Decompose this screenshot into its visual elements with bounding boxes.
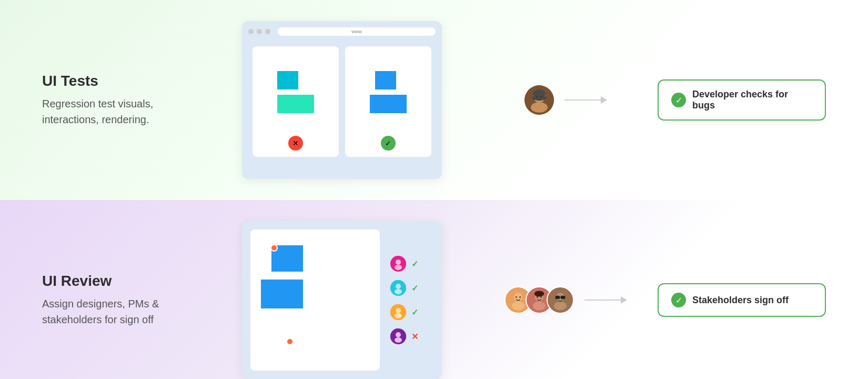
review-gap xyxy=(261,272,271,280)
browser-dot-1 xyxy=(248,29,254,34)
svg-point-30 xyxy=(540,296,542,298)
review-check-1: ✓ xyxy=(411,259,418,269)
bottom-arrow-line xyxy=(584,300,627,301)
bottom-arrow-section xyxy=(473,286,658,314)
svg-point-28 xyxy=(534,291,544,296)
pin-bottom xyxy=(286,338,294,345)
l-shape-teal xyxy=(277,71,314,113)
svg-point-33 xyxy=(554,302,567,311)
svg-point-7 xyxy=(541,96,542,98)
developer-avatar xyxy=(524,85,554,115)
check-icon: ✓ xyxy=(385,139,391,147)
reviewer-face-1 xyxy=(390,256,406,272)
shape-container-1 xyxy=(259,53,332,132)
ui-review-label: UI Review Assign designers, PMs &stakeho… xyxy=(42,273,210,327)
svg-point-12 xyxy=(396,284,401,289)
svg-point-2 xyxy=(531,102,548,113)
svg-point-27 xyxy=(533,302,546,311)
teal-cutout xyxy=(298,71,314,89)
ui-review-section: UI Review Assign designers, PMs &stakeho… xyxy=(0,200,868,379)
developer-result-badge: ✓ Developer checks for bugs xyxy=(658,79,826,121)
reviewer-face-3 xyxy=(390,304,406,320)
svg-point-23 xyxy=(516,296,517,298)
blue-bottom xyxy=(370,95,407,113)
review-bottom-block xyxy=(261,280,303,308)
stakeholder-face-3 xyxy=(548,286,573,314)
reviewer-face-2 xyxy=(390,280,406,296)
blue-top xyxy=(375,71,396,89)
stakeholder-result-badge: ✓ Stakeholders sign off xyxy=(658,283,826,317)
review-canvas xyxy=(250,230,380,371)
ui-tests-desc: Regression test visuals,interactions, re… xyxy=(42,96,210,127)
browser-mockup: www ✕ xyxy=(242,21,442,179)
ui-tests-section: UI Tests Regression test visuals,interac… xyxy=(0,0,868,200)
review-check-3: ✓ xyxy=(411,307,418,317)
reviewer-avatar-1 xyxy=(390,256,406,272)
reviewer-avatar-2 xyxy=(390,280,406,296)
fail-status-icon: ✕ xyxy=(288,136,303,151)
ui-tests-title: UI Tests xyxy=(42,73,210,89)
teal-top xyxy=(277,71,298,89)
test-card-fail: ✕ xyxy=(253,46,339,157)
review-check-2: ✓ xyxy=(411,283,418,293)
svg-point-5 xyxy=(532,95,547,101)
badge-text: Developer checks for bugs xyxy=(692,89,812,111)
blue-cutout xyxy=(396,76,407,95)
browser-titlebar: www xyxy=(248,27,436,36)
review-mockup: ✓ ✓ xyxy=(242,221,442,379)
svg-point-16 xyxy=(395,313,402,318)
reviewer-item-2: ✓ xyxy=(390,280,429,296)
reviewer-list: ✓ ✓ xyxy=(386,230,433,371)
svg-point-15 xyxy=(396,308,401,313)
svg-rect-35 xyxy=(561,296,565,299)
ui-tests-label: UI Tests Regression test visuals,interac… xyxy=(42,73,210,127)
reviewer-avatar-4 xyxy=(390,328,406,344)
svg-rect-34 xyxy=(556,296,560,299)
teal-bottom xyxy=(277,95,314,113)
reviewer-face-4 xyxy=(390,328,406,344)
stakeholder-badge-check-icon: ✓ xyxy=(671,293,686,307)
svg-point-6 xyxy=(537,96,538,98)
stakeholder-avatar-group xyxy=(504,286,574,314)
cross-icon: ✕ xyxy=(292,139,299,147)
svg-point-10 xyxy=(395,265,402,270)
reviewer-item-3: ✓ xyxy=(390,304,429,320)
svg-point-13 xyxy=(395,289,402,294)
top-arrow-section xyxy=(473,85,658,115)
browser-addressbar: www xyxy=(278,27,436,36)
svg-point-18 xyxy=(396,332,401,337)
badge-check-icon: ✓ xyxy=(671,93,686,107)
browser-dot-3 xyxy=(265,29,270,34)
review-check-4: ✕ xyxy=(411,332,418,342)
svg-point-24 xyxy=(519,296,521,298)
test-card-pass: ✓ xyxy=(345,46,431,157)
developer-avatar-svg xyxy=(524,85,554,115)
ui-review-title: UI Review xyxy=(42,273,210,290)
browser-content: ✕ ✓ xyxy=(248,42,436,161)
pin-top xyxy=(270,244,278,252)
top-arrow-line xyxy=(564,99,607,101)
l-shape-blue xyxy=(370,71,407,113)
svg-point-9 xyxy=(396,260,401,265)
svg-point-22 xyxy=(512,302,524,311)
review-shape xyxy=(261,245,314,308)
reviewer-item-1: ✓ xyxy=(390,256,429,272)
reviewer-item-4: ✕ xyxy=(390,328,429,344)
shape-container-2 xyxy=(351,53,425,132)
browser-dot-2 xyxy=(257,29,262,34)
stakeholder-badge-text: Stakeholders sign off xyxy=(692,295,789,306)
ui-review-desc: Assign designers, PMs &stakeholders for … xyxy=(42,296,210,327)
svg-point-29 xyxy=(537,296,538,298)
pass-status-icon: ✓ xyxy=(381,136,396,151)
svg-point-19 xyxy=(395,337,402,343)
reviewer-avatar-3 xyxy=(390,304,406,320)
stakeholder-avatar-3 xyxy=(547,286,574,314)
